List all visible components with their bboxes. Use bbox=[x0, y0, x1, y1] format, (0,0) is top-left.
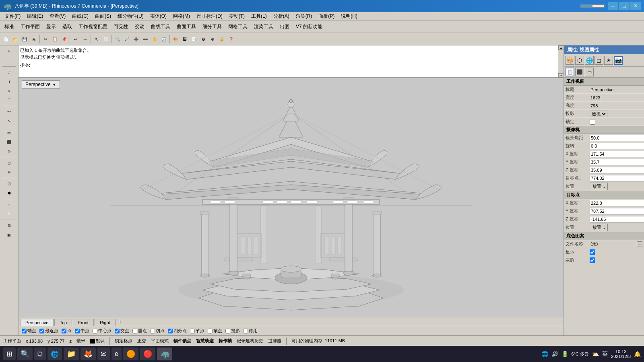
maximize-button[interactable]: □ bbox=[619, 2, 630, 10]
tb-display[interactable]: 显示 bbox=[43, 22, 59, 32]
rp-camera-icon[interactable]: 📷 bbox=[614, 56, 623, 65]
tb-surface-tools[interactable]: 曲面工具 bbox=[174, 22, 199, 32]
rp-input-focal[interactable] bbox=[590, 135, 644, 141]
tb-zoom-in-icon[interactable]: ➕ bbox=[132, 35, 140, 43]
tab-perspective[interactable]: Perspective bbox=[20, 319, 54, 326]
menu-dim[interactable]: 尺寸标注(D) bbox=[193, 12, 226, 21]
app6-button[interactable]: 🔴 bbox=[140, 348, 155, 360]
snap-knot[interactable]: 节点 bbox=[190, 328, 204, 334]
tb-cut-icon[interactable]: ✂ bbox=[41, 35, 50, 43]
cmd-scroll-up[interactable]: ▲ bbox=[558, 45, 564, 50]
rhino-button[interactable]: 🦏 bbox=[157, 348, 172, 360]
lt-dim-btn[interactable]: ↔ bbox=[2, 200, 17, 209]
tb-render-tools[interactable]: 渲染工具 bbox=[251, 22, 276, 32]
minimize-button[interactable]: ─ bbox=[608, 2, 618, 10]
lt-curve-btn[interactable]: 〜 bbox=[2, 107, 17, 116]
rp-material-icon[interactable]: ⬡ bbox=[575, 56, 584, 65]
menu-mesh[interactable]: 网格(M) bbox=[170, 12, 193, 21]
browser-edge-button[interactable]: 🌐 bbox=[47, 348, 62, 360]
menu-help[interactable]: 说明(H) bbox=[338, 12, 361, 21]
network-icon[interactable]: 🌐 bbox=[541, 351, 548, 357]
rp-checkbox-lock[interactable] bbox=[590, 119, 595, 125]
command-input[interactable] bbox=[32, 63, 556, 68]
status-filter[interactable]: 过滤器 bbox=[268, 338, 281, 344]
snap-tangent[interactable]: 切点 bbox=[150, 328, 165, 334]
firefox-button[interactable]: 🦊 bbox=[80, 348, 96, 360]
rp-view-props-icon[interactable]: 📋 bbox=[566, 68, 574, 76]
rp-input-cam-x[interactable] bbox=[590, 151, 644, 157]
tb-viewport-config[interactable]: 工作视窗配置 bbox=[76, 22, 110, 32]
rp-input-tgt-z[interactable] bbox=[590, 216, 644, 222]
tb-save-icon[interactable]: 💾 bbox=[20, 35, 29, 43]
rp-checkbox-bg-show[interactable] bbox=[590, 249, 595, 255]
tb-visibility[interactable]: 可见性 bbox=[111, 22, 131, 32]
lt-surface-btn[interactable]: ▭ bbox=[2, 128, 17, 137]
lt-subd-btn[interactable]: ⬢ bbox=[2, 189, 17, 197]
snap-quad[interactable]: 四分点 bbox=[168, 328, 187, 334]
tb-rotate-icon[interactable]: 🔄 bbox=[159, 35, 168, 43]
rp-input-cam-y[interactable] bbox=[590, 159, 644, 165]
lt-circle-btn[interactable]: ○ bbox=[2, 86, 17, 95]
menu-view[interactable]: 查看(V) bbox=[46, 12, 69, 21]
tab-right[interactable]: Right bbox=[95, 319, 116, 326]
tb-v7new[interactable]: V7 的新功能 bbox=[293, 22, 325, 32]
snap-midpoint[interactable]: 中点 bbox=[75, 328, 89, 334]
rp-btn-browse[interactable]: … bbox=[637, 241, 642, 247]
tab-add-button[interactable]: + bbox=[116, 318, 124, 326]
tb-window-select-icon[interactable]: ⬜ bbox=[101, 35, 110, 43]
status-history[interactable]: 记录建构历史 bbox=[237, 338, 263, 344]
viewport[interactable]: Perspective ▼ bbox=[19, 78, 564, 317]
snap-nearest[interactable]: 最近点 bbox=[39, 328, 58, 334]
status-ortho[interactable]: 正交 bbox=[137, 338, 146, 344]
snap-center[interactable]: 中心点 bbox=[93, 328, 111, 334]
menu-transform[interactable]: 变动(T) bbox=[226, 12, 248, 21]
tb-print[interactable]: 出图 bbox=[277, 22, 292, 32]
battery-icon[interactable]: 🔋 bbox=[561, 351, 568, 357]
tb-pan-icon[interactable]: ✋ bbox=[150, 35, 159, 43]
tb-redo-icon[interactable]: ↪ bbox=[80, 35, 89, 43]
lt-boolean-btn[interactable]: ⊕ bbox=[2, 168, 17, 177]
tb-open-icon[interactable]: 📂 bbox=[11, 35, 20, 43]
search-button[interactable]: 🔍 bbox=[17, 348, 33, 360]
status-smarttrack[interactable]: 智慧轨迹 bbox=[196, 338, 214, 344]
lt-line-btn[interactable]: / bbox=[2, 68, 17, 77]
rp-input-cam-z[interactable] bbox=[590, 167, 644, 173]
snap-disable[interactable]: 停用 bbox=[243, 328, 258, 334]
viewport-label[interactable]: Perspective ▼ bbox=[22, 80, 60, 88]
menu-curve[interactable]: 曲线(C) bbox=[69, 12, 92, 21]
lt-revolve-btn[interactable]: ⊙ bbox=[2, 147, 17, 156]
menu-surface[interactable]: 曲面(S) bbox=[92, 12, 114, 21]
snap-perp[interactable]: 垂点 bbox=[132, 328, 147, 334]
tb-zoom-win-icon[interactable]: 🔎 bbox=[122, 35, 131, 43]
tb-select-icon[interactable]: ↖ bbox=[92, 35, 101, 43]
tb-props-icon[interactable]: ⚙ bbox=[199, 35, 208, 43]
rp-btn-tgt-place[interactable]: 放置... bbox=[590, 224, 608, 231]
language-icon[interactable]: 英 bbox=[602, 350, 608, 358]
snap-project[interactable]: 投影 bbox=[225, 328, 240, 334]
menu-render[interactable]: 渲染(R) bbox=[293, 12, 316, 21]
tb-workplane[interactable]: 工作平面 bbox=[18, 22, 43, 32]
lt-extrude-btn[interactable]: ⬛ bbox=[2, 138, 17, 146]
rp-select-projection[interactable]: 透视 平行 bbox=[590, 111, 607, 117]
lt-layout-btn[interactable]: ⊞ bbox=[2, 221, 17, 230]
menu-panels[interactable]: 面板(P) bbox=[315, 12, 338, 21]
sound-icon[interactable]: 🔊 bbox=[551, 351, 558, 357]
rp-view2-icon[interactable]: ⬛ bbox=[575, 68, 584, 76]
tb-help-icon[interactable]: ❓ bbox=[227, 35, 235, 43]
tb-gumball-icon[interactable]: ⊕ bbox=[208, 35, 217, 43]
tb-subd-tools[interactable]: 细分工具 bbox=[200, 22, 225, 32]
cmd-scroll-down[interactable]: ▼ bbox=[558, 73, 564, 78]
fileexplorer-button[interactable]: 📁 bbox=[64, 348, 79, 360]
snap-endpoint[interactable]: 端点 bbox=[22, 328, 36, 334]
mail-button[interactable]: ✉ bbox=[97, 348, 110, 360]
rp-input-target-dist[interactable] bbox=[590, 175, 644, 181]
status-osnap[interactable]: 物件锁点 bbox=[173, 338, 191, 344]
cmd-scrollbar[interactable]: ▲ ▼ bbox=[558, 45, 564, 78]
lt-solid-btn[interactable]: ◻ bbox=[2, 158, 17, 167]
lt-block-btn[interactable]: ▦ bbox=[2, 230, 17, 239]
snap-point[interactable]: 点 bbox=[62, 328, 72, 334]
tb-standard[interactable]: 标准 bbox=[2, 22, 17, 32]
tb-select[interactable]: 选取 bbox=[60, 22, 75, 32]
lt-point-btn[interactable]: · bbox=[2, 56, 17, 65]
status-planarmode[interactable]: 平面模式 bbox=[151, 338, 169, 344]
